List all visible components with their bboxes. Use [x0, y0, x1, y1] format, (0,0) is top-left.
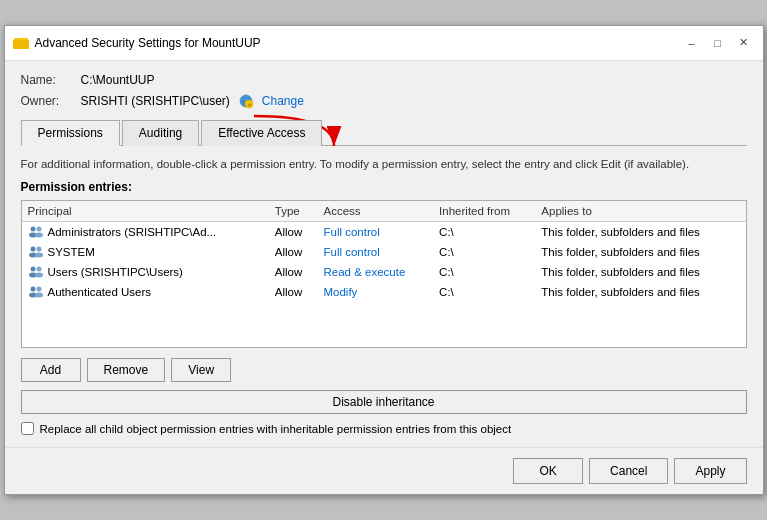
section-label: Permission entries:	[21, 180, 747, 194]
cell-access: Full control	[317, 242, 433, 262]
cell-type: Allow	[269, 282, 318, 302]
replace-checkbox[interactable]	[21, 422, 34, 435]
cell-principal: SYSTEM	[22, 242, 269, 262]
user-icon	[28, 285, 44, 299]
cell-principal: Authenticated Users	[22, 282, 269, 302]
footer: OK Cancel Apply	[5, 447, 763, 494]
tabs-container: Permissions Auditing Effective Access	[21, 119, 747, 146]
name-label: Name:	[21, 73, 81, 87]
col-principal: Principal	[22, 201, 269, 222]
action-buttons: Add Remove View	[21, 358, 747, 382]
svg-point-11	[30, 227, 35, 232]
bottom-section: Add Remove View Disable inheritance Repl…	[21, 358, 747, 435]
cell-principal: Users (SRISHTIPC\Users)	[22, 262, 269, 282]
name-row: Name: C:\MountUUP	[21, 73, 747, 87]
info-text: For additional information, double-click…	[21, 156, 747, 172]
owner-row: Owner: SRISHTI (SRISHTIPC\user) ★	[21, 93, 747, 109]
svg-point-21	[36, 267, 41, 272]
cell-inherited: C:\	[433, 242, 535, 262]
title-bar-controls: – □ ✕	[681, 32, 755, 54]
svg-point-19	[30, 267, 35, 272]
user-icon	[28, 225, 44, 239]
svg-point-22	[35, 273, 43, 278]
svg-rect-3	[13, 40, 29, 49]
cell-inherited: C:\	[433, 282, 535, 302]
svg-text:★: ★	[246, 102, 251, 108]
cell-applies-to: This folder, subfolders and files	[535, 242, 745, 262]
view-button[interactable]: View	[171, 358, 231, 382]
svg-point-23	[30, 287, 35, 292]
tab-auditing[interactable]: Auditing	[122, 120, 199, 146]
window-icon	[13, 35, 29, 51]
cell-access: Modify	[317, 282, 433, 302]
globe-icon: ★	[238, 93, 254, 109]
owner-value-group: SRISHTI (SRISHTIPC\user) ★	[81, 93, 304, 109]
cell-applies-to: This folder, subfolders and files	[535, 262, 745, 282]
table-row[interactable]: Users (SRISHTIPC\Users) AllowRead & exec…	[22, 262, 746, 282]
cell-type: Allow	[269, 242, 318, 262]
remove-button[interactable]: Remove	[87, 358, 166, 382]
ok-button[interactable]: OK	[513, 458, 583, 484]
table-row[interactable]: SYSTEM AllowFull controlC:\This folder, …	[22, 242, 746, 262]
col-inherited: Inherited from	[433, 201, 535, 222]
close-button[interactable]: ✕	[733, 32, 755, 54]
owner-label: Owner:	[21, 94, 81, 108]
permissions-table: Principal Type Access Inherited from App…	[22, 201, 746, 302]
add-button[interactable]: Add	[21, 358, 81, 382]
cell-type: Allow	[269, 222, 318, 243]
replace-checkbox-label: Replace all child object permission entr…	[40, 423, 512, 435]
svg-point-26	[35, 293, 43, 298]
cell-principal: Administrators (SRISHTIPC\Ad...	[22, 222, 269, 243]
change-link[interactable]: Change	[262, 94, 304, 108]
cell-applies-to: This folder, subfolders and files	[535, 282, 745, 302]
col-type: Type	[269, 201, 318, 222]
svg-point-14	[35, 233, 43, 238]
svg-point-13	[36, 227, 41, 232]
apply-button[interactable]: Apply	[674, 458, 746, 484]
owner-value: SRISHTI (SRISHTIPC\user)	[81, 94, 230, 108]
cell-access: Read & execute	[317, 262, 433, 282]
maximize-button[interactable]: □	[707, 32, 729, 54]
cell-access: Full control	[317, 222, 433, 243]
tab-permissions[interactable]: Permissions	[21, 120, 120, 146]
replace-checkbox-row: Replace all child object permission entr…	[21, 422, 747, 435]
minimize-button[interactable]: –	[681, 32, 703, 54]
main-window: Advanced Security Settings for MountUUP …	[4, 25, 764, 495]
cancel-button[interactable]: Cancel	[589, 458, 668, 484]
name-value: C:\MountUUP	[81, 73, 155, 87]
cell-applies-to: This folder, subfolders and files	[535, 222, 745, 243]
col-applies: Applies to	[535, 201, 745, 222]
table-header-row: Principal Type Access Inherited from App…	[22, 201, 746, 222]
principal-text: Users (SRISHTIPC\Users)	[48, 266, 183, 278]
principal-text: SYSTEM	[48, 246, 95, 258]
svg-point-25	[36, 287, 41, 292]
table-row[interactable]: Authenticated Users AllowModifyC:\This f…	[22, 282, 746, 302]
tab-effective-access[interactable]: Effective Access	[201, 120, 322, 146]
title-bar-text: Advanced Security Settings for MountUUP	[35, 36, 681, 50]
cell-type: Allow	[269, 262, 318, 282]
principal-text: Authenticated Users	[48, 286, 152, 298]
svg-point-15	[30, 247, 35, 252]
user-icon	[28, 245, 44, 259]
table-row[interactable]: Administrators (SRISHTIPC\Ad... AllowFul…	[22, 222, 746, 243]
cell-inherited: C:\	[433, 222, 535, 243]
disable-inheritance-button[interactable]: Disable inheritance	[21, 390, 747, 414]
title-bar: Advanced Security Settings for MountUUP …	[5, 26, 763, 61]
svg-point-18	[35, 253, 43, 258]
svg-point-17	[36, 247, 41, 252]
col-access: Access	[317, 201, 433, 222]
principal-text: Administrators (SRISHTIPC\Ad...	[48, 226, 217, 238]
cell-inherited: C:\	[433, 262, 535, 282]
user-icon	[28, 265, 44, 279]
content-area: Name: C:\MountUUP Owner: SRISHTI (SRISHT…	[5, 61, 763, 447]
permissions-table-container[interactable]: Principal Type Access Inherited from App…	[21, 200, 747, 348]
